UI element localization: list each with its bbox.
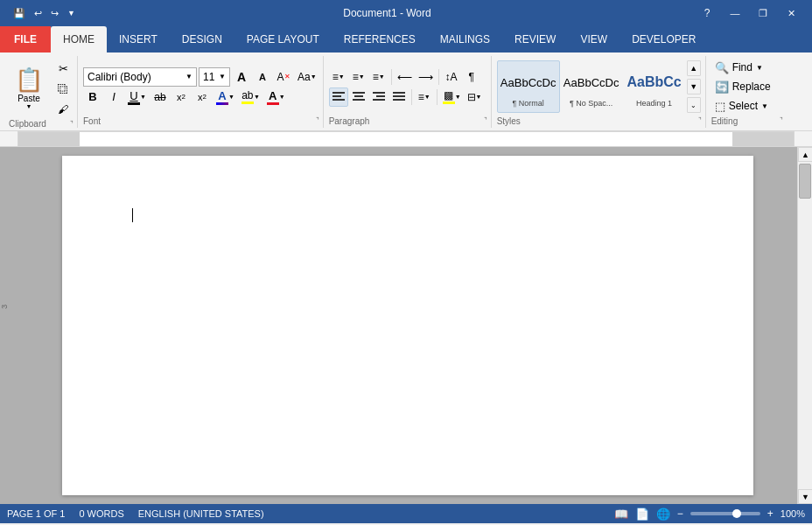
svg-rect-9 [376,95,385,97]
numbering-button[interactable]: ≡▼ [349,67,368,87]
font-color-button[interactable]: A ▼ [264,88,288,107]
tab-design[interactable]: DESIGN [170,26,234,52]
scroll-thumb[interactable] [799,164,811,199]
borders-button[interactable]: ⊟▼ [465,88,485,107]
tab-insert[interactable]: INSERT [107,26,170,52]
sort-button[interactable]: ↕A [442,67,461,87]
undo-icon[interactable]: ↩ [32,6,45,21]
editing-expand-icon[interactable]: ⌝ [780,116,783,126]
bold-button[interactable]: B [83,88,102,107]
superscript-button[interactable]: x2 [192,88,212,107]
font-grow-button[interactable]: A [232,67,251,87]
select-button[interactable]: ⬚ Select ▼ [711,98,781,115]
align-right-button[interactable] [369,88,388,107]
font-size-dropdown[interactable]: ▼ [219,73,226,80]
minimize-button[interactable]: — [721,0,749,26]
paragraph-expand-icon[interactable]: ⌝ [484,116,487,126]
save-icon[interactable]: 💾 [10,6,28,21]
document-page[interactable]: | [62,156,753,495]
clipboard-group-footer: Clipboard ⌝ [9,119,74,130]
tab-view[interactable]: VIEW [568,26,620,52]
zoom-out-button[interactable]: − [677,508,683,520]
document-area[interactable]: | [18,147,797,504]
italic-button[interactable]: I [104,88,123,107]
customize-quick-access-icon[interactable]: ▼ [65,7,78,19]
styles-scroll-down[interactable]: ▼ [687,79,701,94]
find-icon: 🔍 [715,61,729,74]
format-painter-button[interactable]: 🖌 [52,100,74,119]
vertical-scrollbar[interactable]: ▲ ▼ [797,147,812,504]
svg-rect-14 [393,99,405,101]
multilevel-list-button[interactable]: ≡▼ [369,67,388,87]
tab-developer[interactable]: DEVELOPER [620,26,708,52]
quick-access-toolbar: 💾 ↩ ↪ ▼ [7,6,81,21]
underline-button[interactable]: U ▼ [125,88,149,107]
select-dropdown-arrow[interactable]: ▼ [761,102,768,110]
ruler-right-margin[interactable] [732,132,794,146]
close-button[interactable]: ✕ [777,0,805,26]
clear-formatting-button[interactable]: A✕ [274,67,293,87]
styles-expand[interactable]: ⌄ [687,97,701,113]
font-shrink-button[interactable]: A [253,67,272,87]
tab-home[interactable]: HOME [51,26,107,52]
text-highlight-button[interactable]: ab ▼ [239,88,262,107]
help-button[interactable]: ? [693,0,721,26]
zoom-in-button[interactable]: + [767,508,774,520]
style-no-spacing[interactable]: AaBbCcDc ¶ No Spac... [560,60,623,113]
scroll-up-button[interactable]: ▲ [798,147,812,162]
find-dropdown-arrow[interactable]: ▼ [756,64,763,72]
zoom-slider[interactable] [690,512,760,515]
style-normal[interactable]: AaBbCcDc ¶ Normal [497,60,560,113]
font-expand-icon[interactable]: ⌝ [316,116,319,126]
increase-indent-button[interactable]: ⟶ [416,67,436,87]
align-center-button[interactable] [349,88,368,107]
copy-button[interactable]: ⿻ [52,80,74,99]
tab-references[interactable]: REFERENCES [332,26,428,52]
change-case-button[interactable]: Aa ▼ [295,67,319,87]
font-name-input[interactable]: Calibri (Body) ▼ [83,67,197,87]
left-margin: 3 [0,147,18,504]
text-effects-button[interactable]: A ▼ [214,88,237,107]
paste-dropdown-arrow[interactable]: ▼ [26,103,32,109]
ruler-left-margin[interactable] [18,132,80,146]
tab-review[interactable]: REVIEW [502,26,568,52]
svg-rect-0 [332,92,345,94]
restore-button[interactable]: ❐ [749,0,777,26]
style-no-spacing-preview: AaBbCcDc [562,66,621,99]
replace-button[interactable]: 🔄 Replace [711,79,781,95]
styles-expand-icon[interactable]: ⌝ [698,116,702,126]
svg-rect-4 [353,92,365,94]
zoom-thumb[interactable] [732,509,741,518]
cut-button[interactable]: ✂ [52,60,74,79]
clipboard-expand-icon[interactable]: ⌝ [70,120,74,128]
styles-scroll-up[interactable]: ▲ [687,60,701,76]
tab-mailings[interactable]: MAILINGS [428,26,502,52]
paste-icon: 📋 [15,66,43,94]
scroll-track[interactable] [798,162,812,489]
show-marks-button[interactable]: ¶ [462,67,481,87]
font-size-input[interactable]: 11 ▼ [199,67,230,87]
line-spacing-button[interactable]: ≡▼ [415,88,434,107]
justify-button[interactable] [389,88,409,107]
shading-button[interactable]: ▩ ▼ [440,88,464,107]
scroll-down-button[interactable]: ▼ [798,489,812,504]
zoom-level[interactable]: 100% [780,508,805,519]
bullets-button[interactable]: ≡▼ [329,67,348,87]
tab-page-layout[interactable]: PAGE LAYOUT [234,26,332,52]
text-cursor-area[interactable]: | [132,208,683,225]
read-mode-icon[interactable]: 📖 [614,508,628,521]
strikethrough-button[interactable]: ab [150,88,170,107]
tab-file[interactable]: FILE [0,26,51,52]
print-layout-icon[interactable]: 📄 [635,508,649,521]
paste-button[interactable]: 📋 Paste ▼ [9,58,49,119]
align-left-button[interactable] [329,88,348,107]
subscript-button[interactable]: x2 [172,88,191,107]
font-name-dropdown[interactable]: ▼ [186,73,192,80]
clipboard-label: Clipboard [9,119,46,129]
web-layout-icon[interactable]: 🌐 [656,508,670,521]
style-heading1[interactable]: AaBbCc Heading 1 [623,60,686,113]
redo-icon[interactable]: ↪ [48,6,61,21]
decrease-indent-button[interactable]: ⟵ [395,67,415,87]
para-divider3 [411,89,412,105]
find-button[interactable]: 🔍 Find ▼ [711,60,781,76]
